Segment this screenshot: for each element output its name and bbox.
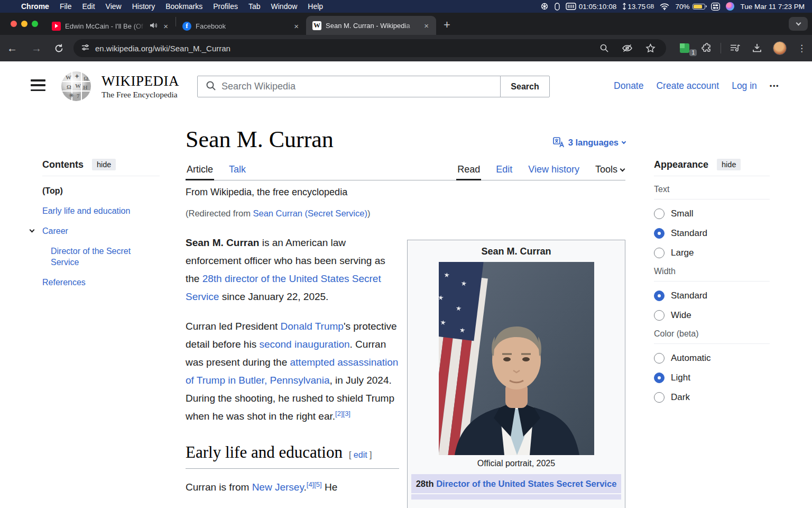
header-more-menu-icon[interactable]: ••• (770, 82, 779, 90)
radio-selected-icon[interactable] (654, 373, 665, 383)
reload-button[interactable] (49, 43, 69, 53)
menubar-item-chrome[interactable]: Chrome (16, 2, 54, 11)
bookmark-star-icon[interactable] (640, 43, 661, 53)
zoom-page-icon[interactable] (594, 43, 614, 53)
office-link[interactable]: Director of the United States Secret Ser… (436, 479, 616, 488)
airpods-case-icon[interactable] (555, 3, 560, 11)
address-bar[interactable]: en.wikipedia.org/wiki/Sean_M._Curran (73, 39, 666, 57)
radio-icon[interactable] (654, 353, 665, 364)
downloads-icon[interactable] (746, 43, 768, 53)
radio-text-large[interactable]: Large (654, 248, 770, 258)
search-input[interactable] (222, 81, 500, 92)
tab-close-icon[interactable]: × (292, 21, 301, 31)
close-window-button[interactable] (11, 21, 17, 27)
toc-item-director-secret-service[interactable]: Director of the Secret Service (51, 246, 160, 268)
zoom-window-button[interactable] (32, 21, 38, 27)
office-ordinal: 28th (416, 479, 437, 488)
forward-button[interactable]: → (24, 42, 49, 55)
chrome-tabstrip: Edwin McCain - I'll Be (Of × f Facebook … (0, 13, 812, 35)
url-text[interactable]: en.wikipedia.org/wiki/Sean_M._Curran (95, 44, 594, 53)
tab-youtube[interactable]: Edwin McCain - I'll Be (Of × (45, 17, 176, 35)
new-tab-button[interactable]: + (436, 18, 458, 35)
wikipedia-wordmark[interactable]: WIKIPEDIA The Free Encyclopedia (102, 73, 179, 99)
tab-edit[interactable]: Edit (495, 164, 513, 180)
adblock-extension-icon[interactable]: 1 (673, 42, 696, 54)
radio-icon[interactable] (654, 392, 665, 403)
search-button[interactable]: Search (500, 76, 550, 97)
tab-title: Facebook (196, 22, 288, 30)
battery-widget[interactable]: 70% (675, 3, 705, 11)
tab-read[interactable]: Read (456, 164, 481, 180)
menubar-item-bookmarks[interactable]: Bookmarks (160, 2, 208, 11)
chrome-menu-icon[interactable]: ⋮ (792, 43, 812, 54)
openai-icon[interactable] (540, 2, 549, 11)
control-center-icon[interactable] (711, 3, 720, 11)
menubar-item-tab[interactable]: Tab (243, 2, 266, 11)
svg-text:Ω: Ω (84, 75, 88, 81)
radio-icon[interactable] (654, 248, 665, 258)
appearance-hide-button[interactable]: hide (717, 159, 741, 170)
tab-close-icon[interactable]: × (422, 21, 431, 31)
tab-audio-icon[interactable] (150, 22, 157, 30)
donate-link[interactable]: Donate (614, 80, 643, 92)
wiki-search-box[interactable] (197, 76, 501, 97)
preview-hidden-icon[interactable] (616, 43, 638, 53)
radio-text-small[interactable]: Small (654, 208, 770, 219)
profile-avatar[interactable] (768, 41, 792, 55)
site-info-icon[interactable] (81, 43, 90, 53)
menubar-item-help[interactable]: Help (302, 2, 328, 11)
siri-icon[interactable] (726, 2, 734, 11)
minimize-window-button[interactable] (21, 21, 27, 27)
data-usage-widget[interactable]: 13.75GB (622, 3, 654, 11)
official-portrait-image[interactable] (439, 262, 594, 455)
back-button[interactable]: ← (0, 42, 24, 55)
tab-wikipedia-active[interactable]: W Sean M. Curran - Wikipedia × (306, 16, 436, 35)
toc-hide-button[interactable]: hide (92, 159, 116, 170)
tab-tools[interactable]: Tools (594, 164, 625, 180)
menubar-item-window[interactable]: Window (266, 2, 303, 11)
article-views-row: Article Talk Read Edit View history Tool… (186, 160, 625, 180)
menubar-item-history[interactable]: History (127, 2, 161, 11)
tab-close-icon[interactable]: × (161, 21, 170, 31)
menubar-item-profiles[interactable]: Profiles (208, 2, 243, 11)
tab-facebook[interactable]: f Facebook × (176, 17, 306, 35)
toc-item-references[interactable]: References (42, 277, 160, 288)
extensions-puzzle-icon[interactable] (696, 43, 717, 54)
toc-collapse-chevron-icon[interactable] (30, 228, 35, 233)
menubar-item-file[interactable]: File (54, 2, 77, 11)
menubar-item-edit[interactable]: Edit (77, 2, 100, 11)
timer-widget[interactable]: 01:05:10:08 (566, 3, 616, 11)
radio-selected-icon[interactable] (654, 228, 665, 239)
radio-color-automatic[interactable]: Automatic (654, 353, 770, 364)
menubar-clock[interactable]: Tue Mar 11 7:23 PM (740, 3, 805, 11)
toc-item-top[interactable]: (Top) (42, 185, 160, 196)
tab-view-history[interactable]: View history (527, 164, 580, 180)
radio-text-standard[interactable]: Standard (654, 228, 770, 239)
radio-color-light[interactable]: Light (654, 373, 770, 383)
radio-width-wide[interactable]: Wide (654, 310, 770, 321)
radio-icon[interactable] (654, 310, 665, 321)
section-edit-link[interactable]: [ edit ] (349, 446, 372, 464)
tab-talk[interactable]: Talk (228, 164, 247, 180)
toc-item-career[interactable]: Career (42, 225, 160, 237)
table-of-contents: Contents hide (Top) Early life and educa… (42, 159, 160, 288)
languages-selector[interactable]: 3 languages (553, 137, 625, 153)
tab-article[interactable]: Article (186, 164, 214, 180)
svg-text:✦: ✦ (75, 73, 79, 79)
toc-item-early-life[interactable]: Early life and education (42, 205, 160, 216)
svg-text:H: H (83, 84, 88, 90)
media-controls-icon[interactable] (724, 43, 746, 53)
login-link[interactable]: Log in (732, 80, 757, 92)
main-menu-hamburger-icon[interactable] (31, 79, 45, 91)
radio-width-standard[interactable]: Standard (654, 291, 770, 301)
article-body: From Wikipedia, the free encyclopedia (R… (186, 186, 399, 508)
wikipedia-globe-logo[interactable]: W✦Ω ΩWH ✳7 (60, 70, 92, 105)
menubar-item-view[interactable]: View (100, 2, 127, 11)
wifi-icon[interactable] (660, 3, 669, 10)
radio-icon[interactable] (654, 208, 665, 219)
radio-color-dark[interactable]: Dark (654, 392, 770, 403)
radio-selected-icon[interactable] (654, 291, 665, 301)
tab-search-button[interactable] (789, 17, 808, 31)
create-account-link[interactable]: Create account (656, 80, 719, 92)
svg-text:✳: ✳ (69, 92, 74, 98)
